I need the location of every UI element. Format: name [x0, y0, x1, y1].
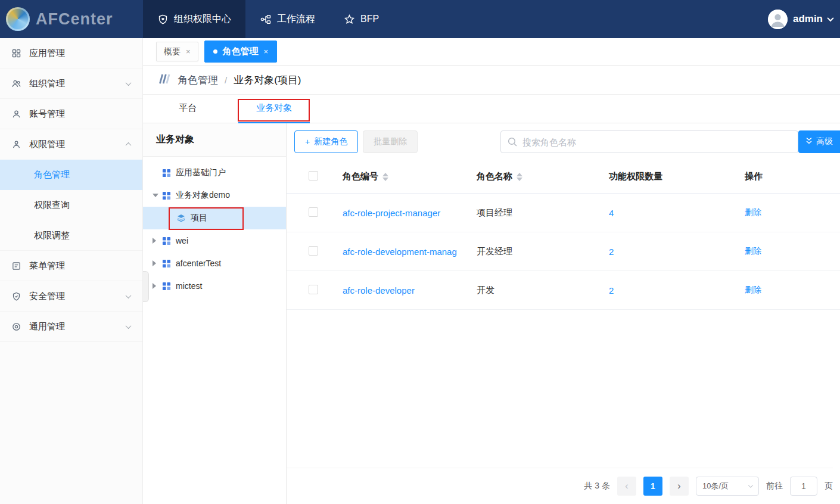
tree-node-business-demo[interactable]: 业务对象demo: [143, 184, 286, 207]
page-number-button[interactable]: 1: [643, 477, 662, 496]
delete-link[interactable]: 删除: [745, 246, 840, 257]
nav-workflow[interactable]: 工作流程: [245, 0, 329, 38]
active-dot-icon: [213, 49, 217, 54]
tab-role-management[interactable]: 角色管理 ×: [204, 41, 278, 63]
tree-list: 应用基础门户 业务对象demo: [143, 157, 286, 297]
role-code-link[interactable]: afc-role-project-manager: [343, 208, 477, 218]
prev-page-button[interactable]: ‹: [617, 477, 636, 496]
sidebar-item-common-management[interactable]: 通用管理: [0, 312, 142, 342]
sort-icon[interactable]: [517, 173, 522, 181]
tree-node-wei[interactable]: wei: [143, 229, 286, 252]
main-area: 概要 × 角色管理 × 角色管理 / 业务对象(项目) 平台 业务对象: [143, 38, 840, 504]
shield-heart-icon: [157, 14, 169, 25]
select-all-checkbox[interactable]: [309, 171, 318, 181]
sidebar-item-label: 组织管理: [29, 78, 65, 89]
sidebar-item-app-management[interactable]: 应用管理: [0, 38, 142, 69]
plus-icon: +: [305, 137, 310, 147]
tree-node-project[interactable]: 项目: [143, 207, 286, 229]
caret-down-icon[interactable]: [153, 194, 158, 197]
layers-icon: [176, 213, 186, 223]
next-page-button[interactable]: ›: [670, 477, 689, 496]
nav-org-permission-center[interactable]: 组织权限中心: [143, 0, 245, 38]
tree-node-mictest[interactable]: mictest: [143, 275, 286, 297]
advanced-search-button[interactable]: 高级: [798, 130, 840, 153]
user-menu[interactable]: admin: [768, 10, 840, 29]
app-grid-icon: [162, 282, 171, 291]
delete-link[interactable]: 删除: [745, 207, 840, 218]
sidebar-item-menu-management[interactable]: 菜单管理: [0, 251, 142, 281]
target-icon: [11, 322, 21, 332]
permission-count-link[interactable]: 2: [609, 247, 745, 257]
star-icon: [344, 14, 355, 25]
sidebar-item-label: 应用管理: [29, 48, 65, 59]
caret-right-icon[interactable]: [153, 283, 156, 289]
goto-page-input[interactable]: [790, 477, 817, 496]
user-avatar: [768, 10, 788, 29]
sidebar-item-account-management[interactable]: 账号管理: [0, 99, 142, 129]
batch-delete-button[interactable]: 批量删除: [363, 130, 418, 153]
sort-icon[interactable]: [382, 173, 388, 181]
search-icon: [507, 136, 518, 150]
new-role-button[interactable]: + 新建角色: [294, 130, 358, 153]
tab-label: 概要: [164, 46, 181, 57]
tab-platform[interactable]: 平台: [152, 102, 223, 123]
app-grid-icon: [162, 191, 171, 200]
column-role-name: 角色名称: [477, 171, 609, 182]
permission-count-link[interactable]: 2: [609, 285, 745, 295]
toolbar: + 新建角色 批量删除: [287, 123, 840, 160]
tree-node-label: 业务对象demo: [176, 190, 230, 201]
people-icon: [11, 79, 21, 89]
permission-user-icon: [11, 139, 21, 150]
role-list-panel: + 新建角色 批量删除: [287, 123, 840, 504]
app-logo-icon: [6, 7, 30, 31]
business-object-tree-panel: 业务对象 应用基础门户: [143, 123, 287, 504]
tree-node-app-portal[interactable]: 应用基础门户: [143, 161, 286, 184]
tree-node-label: 项目: [191, 213, 207, 223]
row-checkbox[interactable]: [309, 207, 318, 217]
sidebar-item-label: 权限管理: [29, 139, 65, 150]
caret-right-icon[interactable]: [153, 260, 156, 266]
sidebar-collapse-handle[interactable]: [143, 271, 149, 302]
grid-icon: [11, 48, 21, 58]
sidebar-item-permission-management[interactable]: 权限管理: [0, 129, 142, 160]
table-row: afc-role-developer 开发 2 删除: [287, 271, 840, 310]
breadcrumb-current: 业务对象(项目): [234, 73, 301, 87]
page-size-select[interactable]: 10条/页: [696, 477, 759, 496]
table-row: afc-role-development-manag 开发经理 2 删除: [287, 232, 840, 271]
caret-right-icon[interactable]: [153, 238, 156, 244]
breadcrumb-parent[interactable]: 角色管理: [178, 73, 218, 87]
tab-label: 平台: [179, 102, 197, 113]
role-code-link[interactable]: afc-role-developer: [343, 285, 477, 295]
close-icon[interactable]: ×: [264, 47, 269, 56]
sidebar-item-org-management[interactable]: 组织管理: [0, 69, 142, 99]
column-role-code: 角色编号: [343, 171, 477, 182]
sidebar-item-label: 菜单管理: [29, 260, 65, 272]
sidebar-item-security-management[interactable]: 安全管理: [0, 281, 142, 312]
app-grid-icon: [162, 259, 171, 268]
tab-business-object[interactable]: 业务对象: [238, 102, 310, 123]
delete-link[interactable]: 删除: [745, 285, 840, 295]
goto-label: 前往: [766, 481, 783, 491]
tab-overview[interactable]: 概要 ×: [156, 42, 198, 61]
tree-node-label: wei: [176, 236, 188, 245]
role-code-link[interactable]: afc-role-development-manag: [343, 247, 477, 257]
workflow-icon: [260, 14, 272, 25]
tree-node-afcentertest[interactable]: afcenterTest: [143, 252, 286, 275]
permission-count-link[interactable]: 4: [609, 208, 745, 218]
row-checkbox[interactable]: [309, 246, 318, 256]
close-icon[interactable]: ×: [186, 47, 191, 56]
sidebar-item-role-management[interactable]: 角色管理: [0, 160, 142, 190]
scope-tabs: 平台 业务对象: [143, 95, 840, 123]
tree-node-label: mictest: [176, 281, 202, 291]
document-icon: [11, 261, 21, 271]
chevron-down-icon: [748, 483, 753, 487]
search-input[interactable]: [500, 130, 798, 153]
sidebar-item-permission-query[interactable]: 权限查询: [0, 190, 142, 220]
row-checkbox[interactable]: [309, 285, 318, 294]
tab-label: 角色管理: [223, 46, 259, 57]
sidebar-subitem-label: 权限查询: [34, 200, 70, 211]
nav-bfp[interactable]: BFP: [329, 0, 393, 38]
chevron-down-icon: [827, 15, 833, 21]
sidebar-item-permission-adjust[interactable]: 权限调整: [0, 220, 142, 251]
sidebar-subitem-label: 角色管理: [34, 169, 70, 181]
